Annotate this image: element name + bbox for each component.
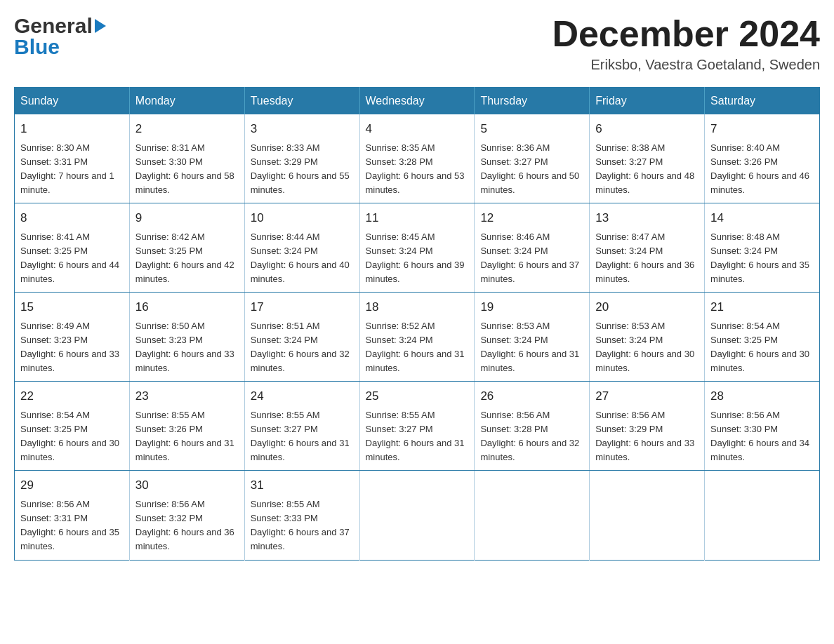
day-number: 30 <box>135 476 239 495</box>
calendar-cell: 31Sunrise: 8:55 AMSunset: 3:33 PMDayligh… <box>244 471 359 560</box>
day-number: 16 <box>135 298 239 316</box>
day-info: Sunrise: 8:45 AMSunset: 3:24 PMDaylight:… <box>366 230 469 287</box>
day-of-week-header: Wednesday <box>359 88 475 115</box>
day-info: Sunrise: 8:49 AMSunset: 3:23 PMDaylight:… <box>20 319 124 376</box>
day-info: Sunrise: 8:54 AMSunset: 3:25 PMDaylight:… <box>20 408 124 465</box>
day-info: Sunrise: 8:38 AMSunset: 3:27 PMDaylight:… <box>595 141 699 198</box>
day-number: 15 <box>20 298 124 316</box>
day-info: Sunrise: 8:56 AMSunset: 3:31 PMDaylight:… <box>20 497 124 554</box>
calendar-cell: 25Sunrise: 8:55 AMSunset: 3:27 PMDayligh… <box>359 382 475 471</box>
calendar-cell <box>359 471 475 560</box>
location: Eriksbo, Vaestra Goetaland, Sweden <box>552 57 820 73</box>
calendar-cell: 8Sunrise: 8:41 AMSunset: 3:25 PMDaylight… <box>15 203 130 293</box>
day-number: 8 <box>20 209 124 227</box>
calendar-table: SundayMondayTuesdayWednesdayThursdayFrid… <box>14 87 820 560</box>
day-number: 5 <box>480 120 583 138</box>
day-info: Sunrise: 8:47 AMSunset: 3:24 PMDaylight:… <box>595 230 699 287</box>
day-info: Sunrise: 8:52 AMSunset: 3:24 PMDaylight:… <box>366 319 469 376</box>
day-number: 1 <box>20 120 124 138</box>
day-number: 2 <box>135 120 239 138</box>
day-info: Sunrise: 8:53 AMSunset: 3:24 PMDaylight:… <box>595 319 699 376</box>
calendar-cell: 22Sunrise: 8:54 AMSunset: 3:25 PMDayligh… <box>15 382 130 471</box>
day-number: 27 <box>595 387 699 405</box>
day-number: 6 <box>595 120 699 138</box>
day-info: Sunrise: 8:56 AMSunset: 3:32 PMDaylight:… <box>135 497 239 554</box>
day-number: 31 <box>251 476 354 495</box>
day-number: 14 <box>710 209 814 227</box>
logo-line1: General <box>14 14 106 38</box>
day-info: Sunrise: 8:35 AMSunset: 3:28 PMDaylight:… <box>366 141 469 198</box>
calendar-cell: 24Sunrise: 8:55 AMSunset: 3:27 PMDayligh… <box>244 382 359 471</box>
calendar-cell: 4Sunrise: 8:35 AMSunset: 3:28 PMDaylight… <box>359 114 475 203</box>
calendar-cell <box>475 471 590 560</box>
day-info: Sunrise: 8:36 AMSunset: 3:27 PMDaylight:… <box>480 141 583 198</box>
calendar-cell: 10Sunrise: 8:44 AMSunset: 3:24 PMDayligh… <box>244 203 359 293</box>
day-number: 17 <box>251 298 354 316</box>
day-info: Sunrise: 8:55 AMSunset: 3:33 PMDaylight:… <box>251 497 354 554</box>
calendar-cell: 20Sunrise: 8:53 AMSunset: 3:24 PMDayligh… <box>590 293 705 382</box>
day-info: Sunrise: 8:30 AMSunset: 3:31 PMDaylight:… <box>20 141 124 198</box>
day-number: 23 <box>135 387 239 405</box>
month-title: December 2024 <box>552 14 820 54</box>
day-of-week-header: Thursday <box>475 88 590 115</box>
day-number: 24 <box>251 387 354 405</box>
calendar-cell: 11Sunrise: 8:45 AMSunset: 3:24 PMDayligh… <box>359 203 475 293</box>
calendar-cell: 28Sunrise: 8:56 AMSunset: 3:30 PMDayligh… <box>705 382 820 471</box>
day-info: Sunrise: 8:55 AMSunset: 3:27 PMDaylight:… <box>366 408 469 465</box>
day-info: Sunrise: 8:48 AMSunset: 3:24 PMDaylight:… <box>710 230 814 287</box>
day-info: Sunrise: 8:56 AMSunset: 3:30 PMDaylight:… <box>710 408 814 465</box>
day-of-week-header: Friday <box>590 88 705 115</box>
calendar-week-row: 29Sunrise: 8:56 AMSunset: 3:31 PMDayligh… <box>15 471 820 560</box>
calendar-cell: 2Sunrise: 8:31 AMSunset: 3:30 PMDaylight… <box>129 114 244 203</box>
day-number: 3 <box>251 120 354 138</box>
day-number: 9 <box>135 209 239 227</box>
calendar-cell: 23Sunrise: 8:55 AMSunset: 3:26 PMDayligh… <box>129 382 244 471</box>
calendar-cell: 3Sunrise: 8:33 AMSunset: 3:29 PMDaylight… <box>244 114 359 203</box>
day-number: 10 <box>251 209 354 227</box>
calendar-cell: 15Sunrise: 8:49 AMSunset: 3:23 PMDayligh… <box>15 293 130 382</box>
day-number: 21 <box>710 298 814 316</box>
calendar-week-row: 15Sunrise: 8:49 AMSunset: 3:23 PMDayligh… <box>15 293 820 382</box>
calendar-cell: 18Sunrise: 8:52 AMSunset: 3:24 PMDayligh… <box>359 293 475 382</box>
calendar-cell <box>590 471 705 560</box>
day-number: 22 <box>20 387 124 405</box>
day-number: 13 <box>595 209 699 227</box>
day-number: 11 <box>366 209 469 227</box>
day-number: 19 <box>480 298 583 316</box>
calendar-cell: 30Sunrise: 8:56 AMSunset: 3:32 PMDayligh… <box>129 471 244 560</box>
page-header: General Blue December 2024 Eriksbo, Vaes… <box>14 14 820 73</box>
day-number: 29 <box>20 476 124 495</box>
logo-arrow-icon <box>95 19 106 33</box>
calendar-cell: 29Sunrise: 8:56 AMSunset: 3:31 PMDayligh… <box>15 471 130 560</box>
day-number: 20 <box>595 298 699 316</box>
day-of-week-header: Tuesday <box>244 88 359 115</box>
day-info: Sunrise: 8:56 AMSunset: 3:29 PMDaylight:… <box>595 408 699 465</box>
day-info: Sunrise: 8:56 AMSunset: 3:28 PMDaylight:… <box>480 408 583 465</box>
day-number: 7 <box>710 120 814 138</box>
day-info: Sunrise: 8:54 AMSunset: 3:25 PMDaylight:… <box>710 319 814 376</box>
calendar-week-row: 8Sunrise: 8:41 AMSunset: 3:25 PMDaylight… <box>15 203 820 293</box>
day-info: Sunrise: 8:31 AMSunset: 3:30 PMDaylight:… <box>135 141 239 198</box>
calendar-cell: 19Sunrise: 8:53 AMSunset: 3:24 PMDayligh… <box>475 293 590 382</box>
day-of-week-header: Sunday <box>15 88 130 115</box>
day-info: Sunrise: 8:40 AMSunset: 3:26 PMDaylight:… <box>710 141 814 198</box>
calendar-cell: 27Sunrise: 8:56 AMSunset: 3:29 PMDayligh… <box>590 382 705 471</box>
day-info: Sunrise: 8:51 AMSunset: 3:24 PMDaylight:… <box>251 319 354 376</box>
day-number: 25 <box>366 387 469 405</box>
calendar-cell: 6Sunrise: 8:38 AMSunset: 3:27 PMDaylight… <box>590 114 705 203</box>
calendar-header-row: SundayMondayTuesdayWednesdayThursdayFrid… <box>15 88 820 115</box>
calendar-week-row: 22Sunrise: 8:54 AMSunset: 3:25 PMDayligh… <box>15 382 820 471</box>
calendar-cell: 21Sunrise: 8:54 AMSunset: 3:25 PMDayligh… <box>705 293 820 382</box>
logo-line2: Blue <box>14 35 60 59</box>
calendar-week-row: 1Sunrise: 8:30 AMSunset: 3:31 PMDaylight… <box>15 114 820 203</box>
day-number: 28 <box>710 387 814 405</box>
day-info: Sunrise: 8:50 AMSunset: 3:23 PMDaylight:… <box>135 319 239 376</box>
calendar-cell: 13Sunrise: 8:47 AMSunset: 3:24 PMDayligh… <box>590 203 705 293</box>
title-block: December 2024 Eriksbo, Vaestra Goetaland… <box>552 14 820 73</box>
day-of-week-header: Monday <box>129 88 244 115</box>
calendar-cell: 9Sunrise: 8:42 AMSunset: 3:25 PMDaylight… <box>129 203 244 293</box>
day-info: Sunrise: 8:55 AMSunset: 3:26 PMDaylight:… <box>135 408 239 465</box>
logo: General Blue <box>14 14 106 59</box>
calendar-cell <box>705 471 820 560</box>
day-number: 18 <box>366 298 469 316</box>
